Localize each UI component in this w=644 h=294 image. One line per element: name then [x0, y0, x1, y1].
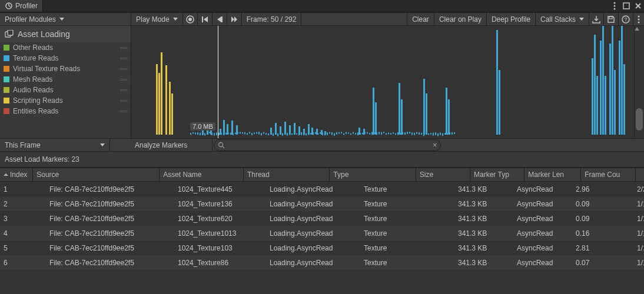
drag-handle-icon[interactable]: == [120, 44, 127, 52]
col-marker-length[interactable]: Marker Len [525, 168, 581, 181]
clear-label: Clear [412, 15, 429, 24]
drag-handle-icon[interactable]: == [120, 54, 127, 62]
svg-rect-129 [334, 133, 335, 136]
call-stacks-dropdown[interactable]: Call Stacks [536, 13, 589, 25]
drag-handle-icon[interactable]: == [120, 96, 127, 105]
cell-thread: Loading.AsyncRead [266, 215, 360, 223]
search-input[interactable] [225, 141, 430, 150]
drag-handle-icon[interactable]: == [120, 107, 127, 115]
col-source[interactable]: Source [33, 168, 160, 181]
table-row[interactable]: 1File: CAB-7ec210ffd9ee2f51024_Texture44… [0, 182, 644, 196]
svg-rect-174 [440, 132, 441, 135]
maximize-icon[interactable] [622, 2, 630, 10]
cell-asset: 1024_Texture445 [174, 185, 266, 193]
svg-rect-101 [268, 133, 269, 135]
tab-profiler[interactable]: Profiler [0, 0, 43, 12]
window-menu-icon[interactable] [610, 2, 619, 10]
drag-handle-icon[interactable]: == [120, 86, 127, 94]
svg-rect-151 [386, 133, 387, 135]
cell-asset: 1024_Texture86 [174, 259, 266, 267]
close-icon[interactable] [634, 2, 642, 10]
module-icon [5, 30, 14, 38]
call-stacks-label: Call Stacks [540, 15, 576, 24]
cell-marker-type: AsyncRead [513, 244, 572, 252]
table-row[interactable]: 3File: CAB-7ec210ffd9ee2f51024_Texture62… [0, 211, 644, 226]
play-mode-dropdown[interactable]: Play Mode [131, 13, 183, 25]
playhead[interactable] [218, 26, 218, 138]
cell-type: Texture [360, 215, 454, 223]
legend-label: Scripting Reads [13, 96, 63, 105]
cell-index: 3 [0, 215, 35, 223]
table-row[interactable]: 5File: CAB-7ec210ffd9ee2f51024_Texture10… [0, 240, 644, 255]
svg-rect-164 [416, 132, 417, 133]
clear-search-icon[interactable]: × [433, 141, 437, 149]
svg-rect-153 [390, 133, 391, 135]
svg-rect-16 [8, 30, 13, 35]
svg-rect-168 [426, 132, 427, 135]
svg-rect-128 [331, 132, 333, 135]
legend-item[interactable]: Texture Reads== [0, 53, 131, 64]
save-button[interactable] [604, 13, 619, 25]
col-index[interactable]: Index [0, 168, 33, 181]
drag-handle-icon[interactable]: == [120, 65, 127, 73]
first-frame-button[interactable] [198, 13, 213, 25]
load-button[interactable] [589, 13, 604, 25]
analyze-markers-button[interactable]: Analyze Markers [110, 139, 213, 151]
prev-frame-button[interactable] [213, 13, 227, 25]
svg-point-181 [219, 142, 223, 146]
svg-point-2 [614, 5, 616, 7]
search-field[interactable]: × [214, 139, 441, 151]
frame-scope-dropdown[interactable]: This Frame [0, 139, 110, 151]
cell-type: Texture [360, 229, 454, 238]
cell-type: Texture [360, 259, 454, 267]
legend-item[interactable]: Scripting Reads== [0, 95, 131, 106]
svg-rect-4 [623, 3, 629, 9]
legend-item[interactable]: Audio Reads== [0, 85, 131, 95]
chart-vscroll[interactable] [634, 26, 644, 138]
col-type[interactable]: Type [330, 168, 416, 181]
svg-rect-58 [596, 76, 598, 135]
col-size[interactable]: Size [416, 168, 470, 181]
col-frame-count[interactable]: Frame Cou [581, 168, 635, 181]
profiler-modules-dropdown[interactable]: Profiler Modules [0, 13, 131, 25]
svg-rect-105 [277, 133, 278, 136]
svg-rect-50 [423, 79, 425, 135]
deep-profile-button[interactable]: Deep Profile [487, 13, 536, 25]
svg-rect-79 [216, 132, 217, 135]
cell-index: 6 [0, 259, 35, 267]
svg-rect-82 [223, 133, 224, 135]
col-thread[interactable]: Thread [244, 168, 330, 181]
legend-item[interactable]: Entities Reads== [0, 106, 131, 116]
svg-rect-156 [397, 132, 399, 135]
legend-item[interactable]: Virtual Texture Reads== [0, 64, 131, 74]
module-title[interactable]: Asset Loading [0, 26, 131, 42]
context-menu-button[interactable] [633, 13, 644, 25]
cell-source: File: CAB-7ec210ffd9ee2f5 [46, 244, 174, 252]
scroll-thumb[interactable] [636, 108, 643, 131]
table-row[interactable]: 6File: CAB-7ec210ffd9ee2f51024_Texture86… [0, 255, 644, 270]
col-marker-type[interactable]: Marker Typ [470, 168, 525, 181]
svg-rect-85 [230, 133, 231, 135]
clear-on-play-button[interactable]: Clear on Play [434, 13, 487, 25]
col-asset-name[interactable]: Asset Name [160, 168, 244, 181]
y-axis-marker: 7.0 MB [190, 122, 215, 131]
svg-rect-93 [249, 132, 250, 133]
svg-rect-90 [242, 132, 243, 133]
scroll-up-icon[interactable] [635, 27, 644, 31]
legend-item[interactable]: Other Reads== [0, 42, 131, 53]
cell-type: Texture [360, 244, 454, 252]
svg-rect-20 [165, 65, 167, 135]
table-row[interactable]: 2File: CAB-7ec210ffd9ee2f51024_Texture13… [0, 196, 644, 211]
next-frame-button[interactable] [227, 13, 242, 25]
clear-button[interactable]: Clear [407, 13, 434, 25]
svg-rect-158 [402, 132, 403, 135]
play-mode-label: Play Mode [136, 15, 170, 24]
help-button[interactable]: ? [619, 13, 633, 25]
analyze-markers-label: Analyze Markers [135, 141, 187, 149]
table-row[interactable]: 4File: CAB-7ec210ffd9ee2f51024_Texture10… [0, 226, 644, 240]
record-button[interactable] [183, 13, 198, 25]
drag-handle-icon[interactable]: == [120, 75, 127, 83]
asset-loading-chart[interactable]: 7.0 MB [131, 26, 634, 138]
svg-rect-64 [614, 70, 616, 135]
legend-item[interactable]: Mesh Reads== [0, 74, 131, 85]
